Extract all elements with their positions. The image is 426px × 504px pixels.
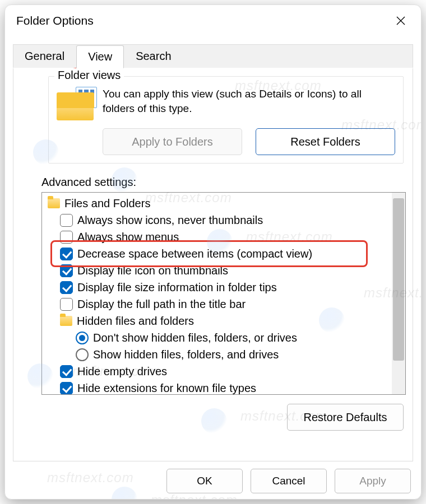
list-item-label: Display the full path in the title bar [77, 296, 246, 312]
apply-to-folders-button: Apply to Folders [103, 128, 242, 155]
dialog-footer: OK Cancel Apply [5, 463, 421, 499]
ok-button[interactable]: OK [166, 469, 243, 493]
list-item[interactable]: Display file icon on thumbnails [44, 262, 405, 279]
folder-options-dialog: Folder Options General View Search Folde… [4, 4, 422, 500]
list-item[interactable]: Display the full path in the title bar [44, 296, 405, 312]
list-item-label: Hide extensions for known file types [77, 380, 256, 395]
list-item-label: Decrease space between items (compact vi… [77, 245, 312, 262]
list-item[interactable]: Files and Folders [44, 195, 405, 212]
list-item-label: Hide empty drives [77, 363, 167, 380]
restore-defaults-button[interactable]: Restore Defaults [287, 404, 404, 431]
close-icon [396, 16, 406, 26]
list-item[interactable]: Show hidden files, folders, and drives [44, 346, 405, 363]
folder-views-row: You can apply this view (such as Details… [57, 89, 395, 120]
checkbox[interactable] [60, 248, 73, 260]
list-item-label: Display file icon on thumbnails [77, 262, 228, 279]
list-item-label: Display file size information in folder … [77, 279, 277, 296]
folder-icon [48, 198, 60, 208]
tab-content-view: Folder views You can apply this view (su… [13, 68, 413, 461]
tab-search[interactable]: Search [124, 45, 183, 68]
list-item-label: Don't show hidden files, folders, or dri… [93, 329, 297, 346]
radio[interactable] [76, 332, 89, 344]
list-item[interactable]: Decrease space between items (compact vi… [44, 245, 405, 262]
folder-views-icon [57, 89, 94, 120]
list-item[interactable]: Hide extensions for known file types [44, 380, 405, 395]
list-item-label: Files and Folders [64, 195, 150, 212]
folder-views-description: You can apply this view (such as Details… [103, 87, 395, 120]
checkbox[interactable] [60, 298, 73, 311]
tab-strip: General View Search [5, 44, 421, 68]
list-item[interactable]: Always show menus [44, 228, 405, 245]
checkbox[interactable] [60, 231, 73, 244]
list-item-label: Always show menus [77, 228, 179, 245]
list-item[interactable]: Always show icons, never thumbnails [44, 212, 405, 228]
list-item[interactable]: Hidden files and folders [44, 312, 405, 329]
advanced-settings-listbox[interactable]: Files and FoldersAlways show icons, neve… [41, 192, 406, 395]
list-item[interactable]: Don't show hidden files, folders, or dri… [44, 329, 405, 346]
list-item[interactable]: Hide empty drives [44, 363, 405, 380]
folder-icon [60, 316, 72, 326]
checkbox[interactable] [60, 281, 73, 294]
list-item-label: Hidden files and folders [77, 312, 194, 329]
apply-button: Apply [335, 469, 411, 493]
radio[interactable] [76, 348, 89, 361]
tab-general[interactable]: General [13, 45, 76, 68]
scrollbar[interactable] [392, 193, 405, 394]
cancel-button[interactable]: Cancel [251, 469, 327, 493]
folder-views-title: Folder views [54, 69, 124, 82]
checkbox[interactable] [60, 214, 73, 227]
checkbox[interactable] [60, 382, 73, 395]
list-item-label: Show hidden files, folders, and drives [93, 346, 279, 363]
list-item-label: Always show icons, never thumbnails [77, 212, 263, 228]
close-button[interactable] [388, 8, 413, 33]
advanced-settings-label: Advanced settings: [41, 176, 406, 189]
titlebar: Folder Options [5, 5, 421, 36]
reset-folders-button[interactable]: Reset Folders [256, 128, 395, 155]
scrollbar-thumb[interactable] [393, 198, 404, 361]
tab-view[interactable]: View [76, 45, 124, 68]
checkbox[interactable] [60, 264, 73, 277]
folder-views-group: Folder views You can apply this view (su… [48, 76, 404, 164]
list-item[interactable]: Display file size information in folder … [44, 279, 405, 296]
checkbox[interactable] [60, 365, 73, 378]
window-title: Folder Options [16, 14, 94, 27]
